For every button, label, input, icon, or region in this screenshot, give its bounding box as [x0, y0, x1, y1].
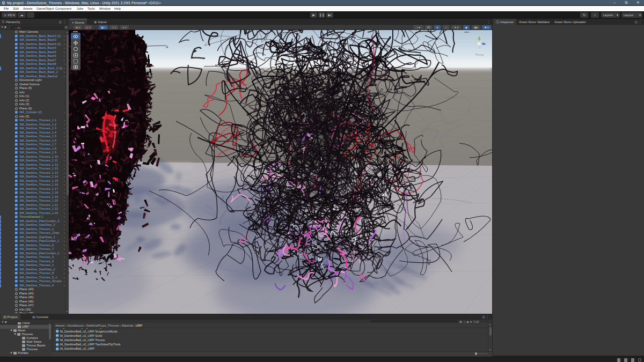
svg-text:Persp: Persp: [475, 53, 484, 56]
